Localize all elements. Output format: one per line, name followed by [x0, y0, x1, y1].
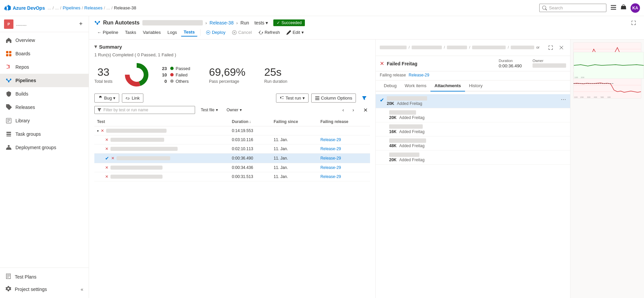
project-name: ........ — [16, 21, 27, 27]
cancel-button[interactable]: Cancel — [229, 28, 254, 36]
logs-button[interactable]: Logs — [165, 28, 180, 36]
test-name-blurred — [110, 138, 164, 142]
icon-bag[interactable] — [620, 4, 627, 11]
col-duration[interactable]: Duration ↓ — [229, 117, 271, 126]
detail-resize-button[interactable] — [546, 43, 555, 52]
filter-button[interactable] — [359, 94, 370, 102]
table-row[interactable]: ✕ 0:00:34.436 11. Jan. Release-29 — [94, 163, 370, 172]
duration-cell: 0:00:36.490 — [229, 154, 271, 163]
table-row[interactable]: ▾ ✕ 0:14:19.553 — [94, 126, 370, 135]
failing-release-link[interactable]: Release-29 — [409, 73, 429, 77]
tests-dropdown-button[interactable]: tests ▾ — [252, 19, 271, 27]
release-link[interactable]: Release-29 — [320, 146, 341, 151]
test-file-filter[interactable]: Test file ▾ — [198, 106, 221, 114]
pass-pct-stat: 69,69% Pass percentage — [209, 66, 245, 84]
test-run-button[interactable]: Test run ▾ — [276, 94, 309, 103]
settings-icon — [5, 286, 11, 293]
sidebar-item-repos[interactable]: Repos — [0, 60, 89, 74]
next-arrow[interactable]: › — [349, 105, 358, 115]
collapse-sidebar-button[interactable]: « — [81, 287, 83, 292]
duration-label: Run duration — [264, 79, 287, 84]
sidebar-item-pipelines[interactable]: Pipelines — [0, 74, 89, 87]
project-icon: P — [4, 19, 13, 29]
release-link[interactable]: Release-38 — [210, 20, 234, 25]
filter-input-container[interactable]: Filter by test or run name — [94, 106, 195, 114]
attachment-size: 48K — [389, 143, 397, 148]
release-link[interactable]: Release-29 — [320, 156, 341, 161]
duration-cell: 0:02:10.113 — [229, 144, 271, 154]
sidebar-item-boards[interactable]: Boards — [0, 47, 89, 60]
close-filter-button[interactable]: ✕ — [361, 105, 370, 115]
failing-release-cell: Release-29 — [318, 135, 370, 144]
table-row[interactable]: ✕ 0:00:31.513 11. Jan. Release-29 — [94, 172, 370, 181]
deploy-button[interactable]: Deploy — [203, 28, 228, 36]
list-item[interactable]: 16K Added Freitag — [376, 122, 570, 136]
release-link[interactable]: Release-29 — [320, 174, 341, 179]
sidebar-item-task-groups[interactable]: Task groups — [0, 127, 89, 141]
release-link[interactable]: Release-29 — [320, 137, 341, 142]
svg-text:300: 300 — [587, 96, 591, 98]
sidebar-item-releases[interactable]: Releases — [0, 101, 89, 114]
column-options-button[interactable]: Column Options — [311, 94, 356, 103]
svg-text:100: 100 — [574, 96, 578, 98]
azure-devops-logo[interactable]: Azure DevOps — [4, 5, 45, 11]
bug-button[interactable]: Bug ▾ — [94, 94, 119, 103]
list-item[interactable]: 48K Added Freitag — [376, 136, 570, 151]
user-avatar[interactable]: KA — [631, 3, 640, 13]
table-row[interactable]: ✕ 0:02:10.113 11. Jan. Release-29 — [94, 144, 370, 154]
sidebar-item-test-plans[interactable]: Test Plans — [5, 271, 83, 283]
sidebar-item-overview[interactable]: Overview — [0, 34, 89, 47]
attachment-name — [389, 153, 419, 157]
chart-thumbnail-top-right[interactable]: 100 200 — [573, 52, 644, 79]
deploy-icon — [206, 30, 211, 35]
attachment-more-icon[interactable]: ⋯ — [561, 96, 566, 103]
prev-arrow[interactable]: ‹ — [338, 105, 348, 115]
tests-button[interactable]: Tests — [181, 28, 197, 37]
failing-since-cell: 11. Jan. — [271, 154, 318, 163]
edit-button[interactable]: Edit ▾ — [284, 28, 306, 36]
release-link[interactable]: Release-29 — [320, 165, 341, 170]
add-project-button[interactable]: + — [77, 20, 85, 28]
list-item[interactable]: 20K Added Freitag — [376, 151, 570, 165]
owner-meta: Owner — [533, 59, 566, 68]
expand-toggle[interactable]: ▾ — [97, 129, 99, 133]
sidebar-item-builds[interactable]: Builds — [0, 87, 89, 101]
svg-text:100: 100 — [574, 76, 578, 78]
donut-chart — [123, 61, 150, 88]
tab-attachments[interactable]: Attachments — [430, 80, 465, 92]
expand-button[interactable] — [629, 19, 639, 26]
icon-list[interactable] — [610, 4, 616, 11]
link-button[interactable]: Link — [122, 94, 143, 103]
sep4: / — [508, 45, 509, 49]
attachment-info: 20K Added Freitag — [389, 153, 566, 162]
list-item[interactable]: ✔ 20K Added Freitag ⋯ — [376, 94, 570, 108]
column-options-icon — [315, 96, 320, 101]
summary-title[interactable]: ▾ Summary — [94, 44, 370, 50]
attachment-info: 20K Added Freitag — [389, 110, 566, 120]
sidebar-item-deployment-groups[interactable]: Deployment groups — [0, 141, 89, 154]
detail-close-button[interactable] — [557, 43, 566, 52]
sidebar-item-project-settings[interactable]: Project settings « — [5, 283, 83, 295]
owner-filter[interactable]: Owner ▾ — [224, 106, 245, 114]
refresh-button[interactable]: Refresh — [256, 28, 283, 36]
svg-rect-2 — [6, 54, 8, 56]
tasks-button[interactable]: Tasks — [122, 28, 139, 36]
tab-debug[interactable]: Debug — [380, 80, 401, 92]
edit-label: Edit — [292, 30, 300, 35]
table-row[interactable]: ✕ 0:03:10.116 11. Jan. Release-29 — [94, 135, 370, 144]
attachment-check-icon: ✔ — [380, 97, 384, 103]
owner-chevron: ▾ — [240, 108, 242, 112]
search-box[interactable]: Search — [539, 4, 606, 12]
tab-work-items[interactable]: Work items — [401, 80, 430, 92]
table-row[interactable]: ✔ ✕ 0:00:36.490 11. Jan. Release-29 — [94, 154, 370, 163]
pipeline-button[interactable]: ← Pipeline — [94, 28, 121, 36]
test-file-label: Test file — [201, 108, 215, 112]
tab-history[interactable]: History — [465, 80, 487, 92]
project-selector[interactable]: P ........ — [4, 19, 27, 29]
variables-button[interactable]: Variables — [140, 28, 164, 36]
sidebar-label-builds: Builds — [15, 91, 28, 97]
sidebar-item-library[interactable]: Library — [0, 114, 89, 127]
list-item[interactable]: 20K Added Freitag — [376, 108, 570, 122]
attachment-meta: 20K Added Freitag — [389, 115, 566, 120]
failing-release-cell — [318, 126, 370, 135]
